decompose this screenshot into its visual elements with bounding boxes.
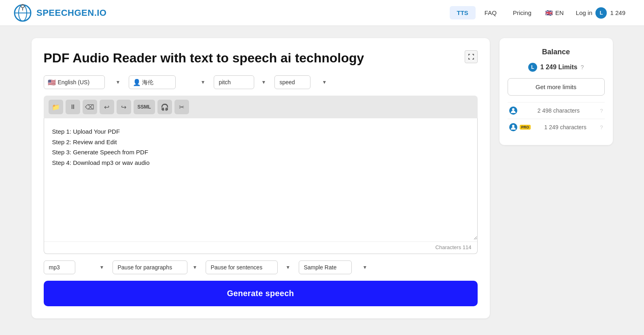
speed-select-wrapper: speed 0.5x 1x 1.5x 2x ▼	[274, 75, 331, 89]
undo-icon: ↩	[104, 103, 109, 111]
language-select[interactable]: English (US) English (UK) Spanish French…	[44, 75, 105, 89]
nav-links: TTS FAQ Pricing 🇬🇧 EN Log in L 1 249	[450, 4, 631, 22]
nav-pricing[interactable]: Pricing	[506, 6, 539, 19]
nav-tts[interactable]: TTS	[450, 6, 476, 19]
language-chevron-icon: ▼	[116, 79, 121, 85]
toolbar: 📁 ⏸ ⌫ ↩ ↪ SSML 🎧 ✂	[44, 96, 478, 118]
sidebar: Balance L 1 249 Limits ? Get more limits	[499, 38, 613, 318]
person-icon	[511, 108, 516, 113]
headphones-icon: 🎧	[161, 103, 169, 111]
header: SPEECHGEN.IO TTS FAQ Pricing 🇬🇧 EN Log i…	[0, 0, 644, 26]
redo-button[interactable]: ↪	[117, 100, 131, 114]
scissors-button[interactable]: ✂	[174, 100, 189, 114]
clear-button[interactable]: ⌫	[83, 100, 97, 114]
logo-icon	[13, 3, 32, 23]
pause-sentence-chevron-icon: ▼	[286, 265, 291, 270]
pitch-select[interactable]: pitch Low Medium High	[214, 75, 254, 89]
free-char-help-icon[interactable]: ?	[600, 108, 603, 114]
balance-card: Balance L 1 249 Limits ? Get more limits	[499, 38, 613, 145]
text-area-container: Step 1: Upload Your PDF Step 2: Review a…	[44, 118, 478, 254]
redo-icon: ↪	[121, 103, 126, 111]
get-more-button[interactable]: Get more limits	[508, 78, 605, 96]
char-count: Characters 114	[44, 241, 477, 254]
free-avatar-icon	[509, 107, 517, 115]
format-chevron-icon: ▼	[100, 265, 104, 270]
pause-icon: ⏸	[70, 103, 76, 111]
sample-rate-chevron-icon: ▼	[363, 265, 368, 270]
voice-chevron-icon: ▼	[201, 79, 206, 85]
headphones-button[interactable]: 🎧	[157, 100, 172, 114]
language-label: EN	[555, 9, 564, 16]
text-input[interactable]: Step 1: Upload Your PDF Step 2: Review a…	[44, 118, 477, 240]
svg-point-5	[512, 108, 514, 111]
content-area: PDF Audio Reader with text to speech ai …	[32, 38, 490, 318]
voice-select[interactable]: 海伦 Voice 2 Voice 3	[129, 75, 176, 89]
pro-person-icon	[511, 124, 516, 130]
nav-faq[interactable]: FAQ	[477, 6, 504, 19]
char-count-value: 114	[463, 244, 472, 250]
user-avatar: L	[595, 7, 607, 19]
bottom-controls: mp3 wav ogg ▼ Pause for paragraphs No pa…	[44, 260, 478, 274]
ssml-button[interactable]: SSML	[134, 100, 155, 114]
login-label: Log in	[576, 9, 593, 16]
top-controls: 🇺🇸 English (US) English (UK) Spanish Fre…	[44, 75, 478, 89]
pause-paragraph-select[interactable]: Pause for paragraphs No pause Short paus…	[113, 260, 187, 274]
pro-char-value: 1 249 characters	[544, 124, 586, 130]
voice-select-wrapper: 👤 海伦 Voice 2 Voice 3 ▼	[129, 75, 210, 89]
pro-badge: PRO	[520, 125, 531, 130]
pause-sentence-select-wrapper: Pause for sentences No pause Short pause…	[206, 260, 295, 274]
user-area[interactable]: Log in L 1 249	[570, 4, 631, 22]
main-wrapper: PDF Audio Reader with text to speech ai …	[19, 26, 626, 331]
svg-point-6	[512, 125, 514, 127]
language-select-wrapper: 🇺🇸 English (US) English (UK) Spanish Fre…	[44, 75, 125, 89]
char-row-free: 2 498 characters ?	[508, 102, 605, 119]
pause-button[interactable]: ⏸	[66, 100, 80, 114]
limits-icon: L	[528, 63, 537, 72]
pro-avatar-icon	[509, 123, 517, 131]
sample-rate-select[interactable]: Sample Rate 8000 Hz 16000 Hz 22050 Hz 44…	[299, 260, 352, 274]
balance-title: Balance	[508, 48, 605, 56]
char-row-pro: PRO 1 249 characters ?	[508, 119, 605, 135]
pitch-select-wrapper: pitch Low Medium High ▼	[214, 75, 270, 89]
sample-rate-select-wrapper: Sample Rate 8000 Hz 16000 Hz 22050 Hz 44…	[299, 260, 372, 274]
format-select-wrapper: mp3 wav ogg ▼	[44, 260, 108, 274]
page-title: PDF Audio Reader with text to speech ai …	[44, 50, 478, 66]
pause-paragraph-select-wrapper: Pause for paragraphs No pause Short paus…	[113, 260, 202, 274]
credits-label: 1 249	[610, 9, 625, 16]
language-switcher[interactable]: 🇬🇧 EN	[540, 6, 569, 20]
pause-sentence-select[interactable]: Pause for sentences No pause Short pause…	[206, 260, 278, 274]
char-row-left-free	[509, 107, 517, 115]
undo-button[interactable]: ↩	[100, 100, 114, 114]
pitch-chevron-icon: ▼	[261, 79, 266, 85]
limits-row: L 1 249 Limits ?	[508, 63, 605, 72]
format-select[interactable]: mp3 wav ogg	[44, 260, 75, 274]
logo-area: SPEECHGEN.IO	[13, 3, 106, 23]
limits-value: 1 249 Limits	[540, 64, 578, 71]
generate-button[interactable]: Generate speech	[44, 281, 478, 306]
pro-char-help-icon[interactable]: ?	[600, 124, 603, 130]
editor-container: 📁 ⏸ ⌫ ↩ ↪ SSML 🎧 ✂	[44, 96, 478, 254]
free-char-value: 2 498 characters	[538, 107, 580, 114]
logo-text: SPEECHGEN.IO	[36, 8, 106, 18]
folder-button[interactable]: 📁	[49, 100, 63, 114]
flag-icon: 🇬🇧	[545, 9, 553, 17]
folder-icon: 📁	[52, 103, 60, 111]
clear-icon: ⌫	[85, 103, 94, 111]
char-row-left-pro: PRO	[509, 123, 531, 131]
pause-paragraph-chevron-icon: ▼	[193, 265, 198, 270]
speed-chevron-icon: ▼	[322, 79, 327, 85]
limits-help-icon[interactable]: ?	[580, 64, 584, 70]
speed-select[interactable]: speed 0.5x 1x 1.5x 2x	[274, 75, 310, 89]
fullscreen-button[interactable]	[465, 50, 478, 63]
char-count-label: Characters	[436, 244, 461, 250]
scissors-icon: ✂	[179, 103, 184, 111]
fullscreen-icon	[468, 53, 474, 60]
